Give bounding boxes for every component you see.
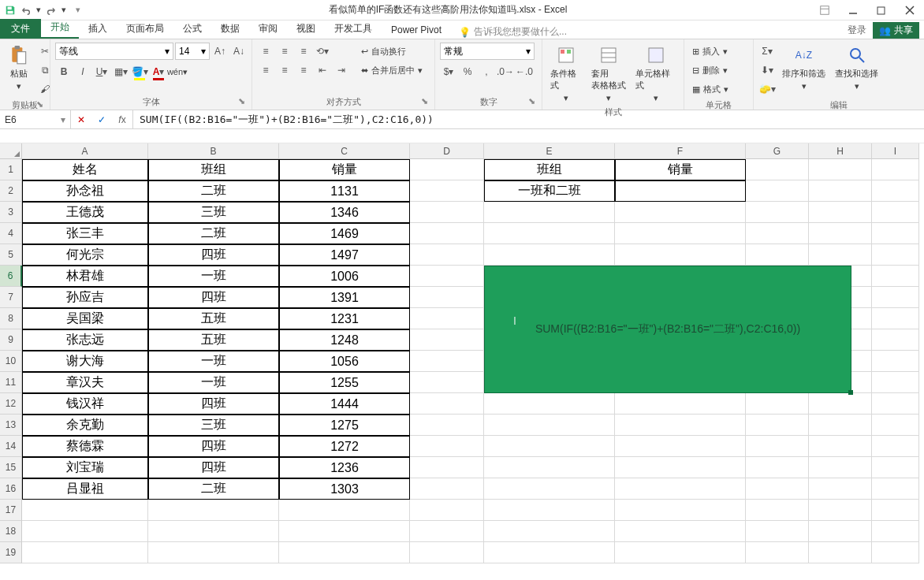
cell-H18[interactable]: [809, 521, 872, 542]
cell-A5[interactable]: 何光宗: [22, 244, 148, 266]
col-header-I[interactable]: I: [872, 143, 919, 159]
cell-B7[interactable]: 四班: [148, 287, 279, 308]
cell-B15[interactable]: 四班: [148, 457, 279, 478]
worksheet[interactable]: ABCDEFGHI 12345678910111213141516171819 …: [0, 143, 924, 569]
cell-H12[interactable]: [809, 393, 872, 415]
format-cells-button[interactable]: ▦格式▾: [689, 80, 732, 98]
cell-B5[interactable]: 四班: [148, 244, 279, 266]
cell-I9[interactable]: [872, 329, 919, 351]
row-header-14[interactable]: 14: [0, 436, 22, 457]
cell-E15[interactable]: [484, 457, 615, 478]
indent-inc-icon[interactable]: ⇥: [333, 61, 350, 79]
cell-B17[interactable]: [148, 500, 279, 521]
cell-C11[interactable]: 1255: [279, 372, 410, 393]
cell-F16[interactable]: [615, 478, 746, 500]
row-header-19[interactable]: 19: [0, 542, 22, 563]
font-size-combo[interactable]: 14▾: [175, 43, 210, 60]
cell-I2[interactable]: [872, 180, 919, 202]
share-button[interactable]: 👥 共享: [873, 22, 919, 39]
cell-A12[interactable]: 钱汉祥: [22, 393, 148, 415]
name-box[interactable]: E6▾: [0, 110, 71, 128]
cell-C17[interactable]: [279, 500, 410, 521]
cell-B9[interactable]: 五班: [148, 329, 279, 351]
tab-page-layout[interactable]: 页面布局: [117, 19, 173, 39]
clear-icon[interactable]: 🧽▾: [758, 80, 776, 98]
cell-H5[interactable]: [809, 244, 872, 266]
cell-C9[interactable]: 1248: [279, 329, 410, 351]
delete-cells-button[interactable]: ⊟删除▾: [689, 61, 731, 79]
cell-H1[interactable]: [809, 159, 872, 180]
redo-icon[interactable]: [46, 5, 57, 16]
cell-A11[interactable]: 章汉夫: [22, 372, 148, 393]
insert-cells-button[interactable]: ⊞插入▾: [689, 43, 731, 60]
cell-F19[interactable]: [615, 542, 746, 563]
conditional-format-button[interactable]: 条件格式▾: [547, 43, 585, 105]
cell-A19[interactable]: [22, 542, 148, 563]
align-left-icon[interactable]: ≡: [257, 61, 274, 79]
tab-review[interactable]: 审阅: [249, 19, 287, 39]
fill-icon[interactable]: ⬇▾: [758, 61, 776, 79]
tab-view[interactable]: 视图: [287, 19, 325, 39]
indent-dec-icon[interactable]: ⇤: [314, 61, 331, 79]
cell-F1[interactable]: 销量: [615, 159, 746, 180]
cell-D14[interactable]: [410, 436, 484, 457]
redo-dropdown-icon[interactable]: ▾: [61, 5, 66, 15]
find-select-button[interactable]: 查找和选择▾: [832, 43, 881, 93]
cell-C13[interactable]: 1275: [279, 415, 410, 436]
row-header-3[interactable]: 3: [0, 202, 22, 223]
cell-A1[interactable]: 姓名: [22, 159, 148, 180]
cell-A18[interactable]: [22, 521, 148, 542]
cell-F15[interactable]: [615, 457, 746, 478]
cell-A17[interactable]: [22, 500, 148, 521]
align-bottom-icon[interactable]: ≡: [295, 43, 312, 60]
cell-I13[interactable]: [872, 415, 919, 436]
row-header-16[interactable]: 16: [0, 478, 22, 500]
cell-I19[interactable]: [872, 542, 919, 563]
cell-C8[interactable]: 1231: [279, 308, 410, 329]
cell-D5[interactable]: [410, 244, 484, 266]
minimize-button[interactable]: [839, 0, 867, 20]
row-header-7[interactable]: 7: [0, 287, 22, 308]
border-icon[interactable]: ▦▾: [112, 63, 129, 80]
cell-G5[interactable]: [746, 244, 809, 266]
cell-G14[interactable]: [746, 436, 809, 457]
bold-icon[interactable]: B: [55, 63, 73, 80]
cell-D19[interactable]: [410, 542, 484, 563]
inc-decimal-icon[interactable]: .0→: [497, 63, 514, 80]
cell-F14[interactable]: [615, 436, 746, 457]
cell-D16[interactable]: [410, 478, 484, 500]
col-header-B[interactable]: B: [148, 143, 279, 159]
align-top-icon[interactable]: ≡: [257, 43, 274, 60]
cell-E1[interactable]: 班组: [484, 159, 615, 180]
cell-C19[interactable]: [279, 542, 410, 563]
cell-I15[interactable]: [872, 457, 919, 478]
cell-E16[interactable]: [484, 478, 615, 500]
number-format-combo[interactable]: 常规▾: [440, 43, 535, 60]
cell-F4[interactable]: [615, 223, 746, 244]
cell-styles-button[interactable]: 单元格样式▾: [632, 43, 679, 105]
cell-H4[interactable]: [809, 223, 872, 244]
italic-icon[interactable]: I: [74, 63, 91, 80]
cell-G2[interactable]: [746, 180, 809, 202]
cell-I6[interactable]: [872, 266, 919, 287]
cell-F2[interactable]: [615, 180, 746, 202]
cell-E4[interactable]: [484, 223, 615, 244]
cell-D17[interactable]: [410, 500, 484, 521]
dec-decimal-icon[interactable]: ←.0: [516, 63, 533, 80]
cell-C3[interactable]: 1346: [279, 202, 410, 223]
undo-icon[interactable]: [20, 5, 32, 16]
cell-H15[interactable]: [809, 457, 872, 478]
autosum-icon[interactable]: Σ▾: [758, 43, 776, 60]
cell-E5[interactable]: [484, 244, 615, 266]
cell-B3[interactable]: 三班: [148, 202, 279, 223]
cell-G15[interactable]: [746, 457, 809, 478]
wrap-text-button[interactable]: ↩自动换行: [358, 43, 426, 60]
cell-C18[interactable]: [279, 521, 410, 542]
row-header-2[interactable]: 2: [0, 180, 22, 202]
cell-G17[interactable]: [746, 500, 809, 521]
cell-C12[interactable]: 1444: [279, 393, 410, 415]
cell-I10[interactable]: [872, 351, 919, 372]
cell-D11[interactable]: [410, 372, 484, 393]
cell-E12[interactable]: [484, 393, 615, 415]
maximize-button[interactable]: [867, 0, 896, 20]
